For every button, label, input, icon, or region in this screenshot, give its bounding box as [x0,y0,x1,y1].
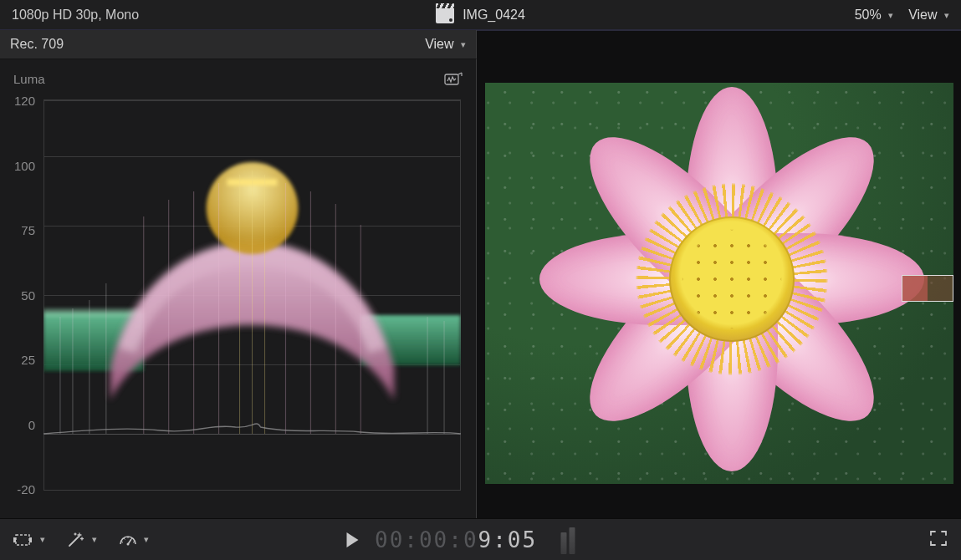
chevron-down-icon: ▾ [40,534,45,545]
scopes-header: Rec. 709 View ▾ [0,30,477,59]
y-tick-label: 25 [8,354,40,366]
svg-line-29 [124,538,125,540]
clapperboard-icon [436,7,454,23]
fullscreen-button[interactable] [929,530,948,549]
chevron-down-icon: ▾ [888,10,893,21]
y-tick-label: 100 [8,160,40,172]
svg-line-31 [131,538,133,540]
timecode-active: 9:05 [478,527,538,552]
play-button[interactable] [345,532,360,548]
fullscreen-icon [929,530,948,547]
svg-rect-23 [16,535,29,545]
timecode-dim: 00:00:0 [375,527,478,552]
clip-name: IMG_0424 [463,8,525,23]
view-dropdown[interactable]: View ▾ [908,8,949,23]
chevron-down-icon: ▾ [944,10,949,21]
scope-settings-icon[interactable] [444,71,463,86]
trim-tool-icon [13,532,33,547]
svg-line-28 [121,542,123,542]
color-standard-label: Rec. 709 [10,37,64,51]
y-tick-label: 0 [8,419,40,431]
play-icon [345,532,360,548]
y-tick-label: -20 [8,483,40,496]
svg-rect-2 [43,308,144,317]
svg-line-32 [133,542,135,542]
chevron-down-icon: ▾ [92,534,97,545]
scopes-panel: Luma 120 100 75 50 25 0 -20 [0,59,477,518]
viewer-top-bar: 1080p HD 30p, Mono IMG_0424 50% ▾ View ▾ [0,0,961,30]
scope-title: Luma [13,72,45,86]
retime-dial-icon [119,532,137,547]
clip-format-label: 1080p HD 30p, Mono [12,8,139,23]
color-standard-dropdown[interactable]: Rec. 709 [10,37,425,52]
svg-rect-24 [13,537,16,542]
y-tick-label: 120 [8,94,40,107]
y-tick-label: 50 [8,289,40,302]
svg-point-27 [127,542,130,545]
viewer-bottom-toolbar: ▾ ▾ ▾ 00:00:09:05 [0,518,961,560]
viewer-canvas-area [477,30,961,518]
retime-tool-dropdown[interactable]: ▾ [119,532,149,547]
timecode-display[interactable]: 00:00:09:05 [375,527,537,552]
chevron-down-icon: ▾ [144,534,149,545]
waveform-trace [43,99,461,491]
trim-tool-dropdown[interactable]: ▾ [13,532,45,547]
scopes-view-dropdown[interactable]: View ▾ [425,37,466,52]
y-tick-label: 75 [8,224,40,237]
enhance-wand-icon [67,532,85,548]
zoom-dropdown[interactable]: 50% ▾ [855,8,893,23]
luma-waveform-scope: 120 100 75 50 25 0 -20 [7,94,466,496]
audio-meters [560,526,579,554]
svg-rect-25 [29,537,32,542]
flower-image [510,83,953,484]
view-label: View [908,8,937,22]
enhance-tool-dropdown[interactable]: ▾ [67,532,97,548]
luma-y-axis: 120 100 75 50 25 0 -20 [7,94,40,496]
color-sample-overlay[interactable] [902,275,953,302]
scopes-view-label: View [425,37,453,51]
video-frame[interactable] [485,83,953,484]
chevron-down-icon: ▾ [461,39,466,50]
zoom-label: 50% [855,8,882,22]
